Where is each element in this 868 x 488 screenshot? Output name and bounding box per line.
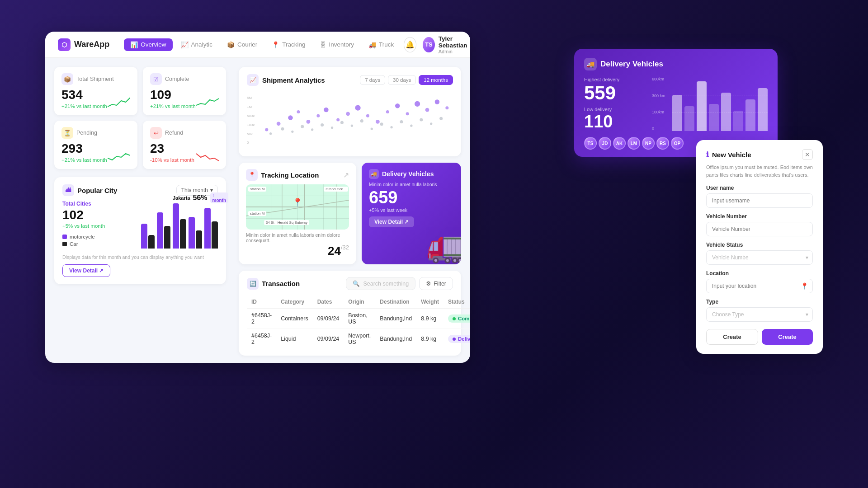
dv-dash-line2 [672,95,768,95]
svg-text:100k: 100k [247,123,255,127]
svg-point-34 [360,119,363,122]
filter-button[interactable]: ⚙ Filter [419,277,453,290]
analytics-title: Shipment Analytics [262,76,325,84]
nav-courier-label: Courier [237,41,257,48]
row2-dates: 09/09/24 [313,329,344,349]
bar-group-2 [189,217,202,249]
bar-moto-3 [204,208,211,249]
stat-complete-icon: ☑ [150,73,162,85]
truck-illustration: 🚛 [426,227,461,264]
svg-point-25 [269,132,272,135]
city-legend: motorcycle Car [62,234,134,247]
track-delivery-row: 📍 Tracking Location ↗ [239,163,461,264]
bar-group-3 [204,208,218,249]
vehicle-number-group: Vehicle Number [706,213,813,236]
delivery-card-title: 🚚 Delivery Vehicles [369,169,454,179]
dv-avatar-4: NP [642,137,655,150]
delivery-view-detail[interactable]: View Detail ↗ [369,216,414,227]
stat-complete-value: 109 [150,88,196,102]
svg-point-24 [445,106,448,109]
bar-car-0 [148,235,155,249]
nav-inventory[interactable]: 🗄 Inventory [313,38,360,51]
nav-tracking[interactable]: 📍 Tracking [265,38,311,51]
stat-refund-change: -10% vs last month [150,157,194,163]
svg-point-16 [366,114,369,117]
nav-truck-icon: 🚚 [368,41,376,48]
dv-avatar-0: TS [584,137,597,150]
type-label: Type [706,299,813,305]
city-footer: Displays data for this month and you can… [62,254,218,261]
stat-refund-chart [196,149,219,163]
map-label-subway: 34 St - Herald Sq Subway [264,220,309,225]
stat-total-shipment-value: 534 [61,88,107,102]
location-input[interactable] [706,279,813,293]
transaction-search[interactable]: 🔍 Search something [346,277,415,290]
view-detail-button[interactable]: View Detail ↗ [62,264,110,277]
svg-point-39 [410,125,412,127]
dv-chart-area: 600km 300 km 100km 0 [652,77,768,131]
stat-refund-label: Refund [165,130,183,136]
dv-title: Delivery Vehicles [600,60,663,69]
modal-description: Office ipsum you must be muted. Eod item… [706,164,813,178]
time-7days[interactable]: 7 days [360,75,385,85]
tracking-count-sub: /32 [341,244,349,258]
user-info[interactable]: TS Tyler Sebastian Admin ▾ [423,35,470,54]
logo-text: WareApp [74,40,109,49]
bar-car-2 [196,230,202,249]
svg-point-8 [288,115,293,120]
type-select[interactable]: Choose Type [706,307,813,322]
delivery-big-num: 659 [369,188,454,207]
svg-point-7 [277,122,281,126]
time-12months[interactable]: 12 months [419,75,453,85]
svg-point-13 [336,118,340,121]
table-row: #6458J-2 Liquid 09/09/24 Newport, US Ban… [247,329,470,349]
vehicle-status-select[interactable]: Vehicle Numbe [706,250,813,265]
nav-courier[interactable]: 📦 Courier [221,38,264,51]
row1-status: Completed [443,309,470,329]
stat-complete-label: Complete [165,76,189,82]
time-30days[interactable]: 30 days [388,75,416,85]
search-icon: 🔍 [353,280,360,287]
stat-pending-change: +21% vs last month [61,157,107,163]
svg-point-29 [311,128,313,131]
dv-bar-4 [721,93,731,131]
tracking-title: 📍 Tracking Location [246,169,319,181]
modal-close-button[interactable]: ✕ [802,149,813,160]
transaction-icon: 🔄 [247,278,259,290]
bar-moto-2 [189,217,195,249]
dv-avatar-2: AK [613,137,626,150]
notification-bell[interactable]: 🔔 [404,37,416,52]
cancel-button[interactable]: Create [706,329,758,345]
nav-truck[interactable]: 🚚 Truck [362,38,400,51]
nav-analytic[interactable]: 📈 Analytic [175,38,219,51]
stat-total-shipment-change: +21% vs last month [61,103,107,109]
tracking-expand-icon[interactable]: ↗ [343,171,349,179]
location-label: Location [706,270,813,277]
svg-point-17 [376,120,380,124]
total-cities-value: 102 [62,208,134,222]
bar-car-1 [164,226,170,249]
logo-icon: ⬡ [58,38,71,51]
svg-point-20 [406,112,409,115]
username-input[interactable] [706,193,813,208]
submit-button[interactable]: Create [762,329,813,345]
time-buttons: 7 days 30 days 12 months [360,75,453,85]
map-label-grand: Grand Cen... [324,187,348,192]
vehicle-number-label: Vehicle Number [706,213,813,220]
navbar: ⬡ WareApp 📊 Overview 📈 Analytic 📦 Courie… [45,32,470,58]
dv-bar-5 [733,111,743,131]
nav-analytic-label: Analytic [191,41,212,48]
bar-car-3 [212,221,218,249]
col-status: Status [443,296,470,309]
stat-total-shipment-header: 📦 Total Shipment [61,73,130,85]
nav-overview[interactable]: 📊 Overview [124,38,172,51]
stat-pending-icon: ⏳ [61,127,73,139]
svg-point-22 [425,108,429,112]
nav-right: 🔔 TS Tyler Sebastian Admin ▾ [404,35,470,54]
row1-id: #6458J-2 [247,309,276,329]
stats-grid: 📦 Total Shipment 534 +21% vs last month [54,67,226,169]
stat-refund: ↩ Refund 23 -10% vs last month [143,121,226,169]
vehicle-number-input[interactable] [706,222,813,236]
svg-text:1M: 1M [247,105,252,109]
dv-highest-label: Highest delivery [584,77,643,82]
